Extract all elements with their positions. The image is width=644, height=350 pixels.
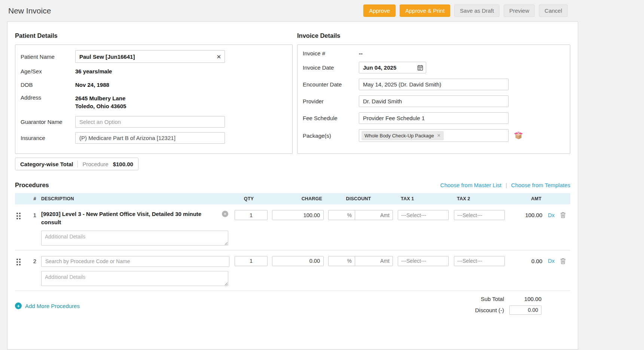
column-number: # bbox=[28, 196, 41, 201]
package-icon[interactable] bbox=[514, 131, 523, 140]
packages-input[interactable]: Whole Body Check-Up Package ✕ bbox=[359, 129, 509, 142]
additional-details-textarea[interactable] bbox=[41, 271, 228, 286]
address-line-2: Toledo, Ohio 43605 bbox=[75, 102, 126, 110]
procedure-row-1: 1 [99203] Level 3 - New Patient Office V… bbox=[15, 204, 570, 250]
patient-name-input[interactable] bbox=[75, 50, 225, 63]
sub-total-value: 100.00 bbox=[504, 296, 541, 302]
totals-block: Sub Total 100.00 Discount (-) bbox=[459, 296, 570, 315]
column-tax2: TAX 2 bbox=[449, 196, 506, 201]
column-description: DESCRIPTION bbox=[41, 196, 230, 201]
invoice-details-section: Invoice Details Invoice # -- Invoice Dat… bbox=[297, 29, 570, 170]
dx-link[interactable]: Dx bbox=[548, 258, 555, 264]
approve-print-button[interactable]: Approve & Print bbox=[400, 4, 450, 17]
address-label: Address bbox=[21, 94, 75, 101]
remove-package-icon[interactable]: ✕ bbox=[437, 133, 441, 138]
provider-label: Provider bbox=[303, 98, 359, 104]
remove-procedure-icon[interactable]: ✕ bbox=[222, 211, 228, 217]
tax2-select[interactable]: ---Select--- bbox=[454, 210, 505, 220]
procedure-search-input[interactable] bbox=[41, 256, 229, 267]
tax1-select[interactable]: ---Select--- bbox=[398, 256, 449, 266]
top-bar: New Invoice Approve Approve & Print Save… bbox=[7, 0, 578, 21]
category-total-label: Category-wise Total bbox=[20, 161, 73, 167]
invoice-number-value: -- bbox=[359, 50, 363, 57]
dx-link[interactable]: Dx bbox=[548, 212, 555, 218]
patient-details-panel: Patient Name ✕ Age/Sex 36 years/male DOB… bbox=[15, 45, 293, 154]
encounter-date-label: Encounter Date bbox=[303, 81, 359, 88]
invoice-date-label: Invoice Date bbox=[303, 64, 359, 71]
row-amount: 0.00 bbox=[531, 258, 542, 264]
delete-row-icon[interactable] bbox=[560, 212, 566, 218]
procedures-heading: Procedures bbox=[15, 182, 49, 189]
header-actions: Approve Approve & Print Save as Draft Pr… bbox=[363, 4, 568, 17]
dob-label: DOB bbox=[21, 82, 75, 88]
qty-input[interactable] bbox=[235, 210, 268, 220]
column-charge: CHARGE bbox=[268, 196, 324, 201]
fee-schedule-input[interactable] bbox=[359, 112, 509, 124]
column-amt: AMT bbox=[506, 196, 570, 201]
column-tax1: TAX 1 bbox=[393, 196, 449, 201]
delete-row-icon[interactable] bbox=[560, 258, 566, 264]
choose-from-templates-link[interactable]: Choose from Templates bbox=[511, 182, 570, 188]
guarantor-name-input[interactable] bbox=[75, 116, 225, 128]
patient-details-section: Patient Details Patient Name ✕ Age/Sex 3… bbox=[15, 29, 293, 170]
total-discount-input[interactable] bbox=[509, 305, 541, 315]
choose-from-master-list-link[interactable]: Choose from Master List bbox=[440, 182, 501, 188]
discount-amount-input[interactable] bbox=[355, 210, 393, 220]
dob-value: Nov 24, 1988 bbox=[75, 81, 109, 89]
address-line-1: 2645 Mulbery Lane bbox=[75, 94, 126, 102]
add-more-procedures-label: Add More Procedures bbox=[25, 303, 80, 309]
invoice-form-card: Patient Details Patient Name ✕ Age/Sex 3… bbox=[7, 21, 578, 350]
invoice-details-heading: Invoice Details bbox=[297, 32, 570, 39]
discount-label: Discount (-) bbox=[459, 307, 504, 313]
tax2-select[interactable]: ---Select--- bbox=[454, 256, 505, 266]
guarantor-name-label: Guarantor Name bbox=[21, 119, 75, 125]
discount-amount-input[interactable] bbox=[355, 256, 393, 266]
row-number: 2 bbox=[28, 258, 41, 264]
page-title: New Invoice bbox=[8, 6, 51, 15]
clear-patient-icon[interactable]: ✕ bbox=[216, 54, 221, 60]
package-tag: Whole Body Check-Up Package ✕ bbox=[361, 131, 444, 140]
procedure-row-2: 2 ---Select--- ---Select--- 0.00 Dx bbox=[15, 250, 570, 291]
column-discount: DISCOUNT bbox=[324, 196, 393, 201]
invoice-details-panel: Invoice # -- Invoice Date bbox=[297, 45, 570, 154]
package-tag-label: Whole Body Check-Up Package bbox=[364, 133, 434, 139]
column-qty: QTY bbox=[230, 196, 268, 201]
encounter-date-input[interactable] bbox=[359, 79, 509, 90]
age-sex-value: 36 years/male bbox=[75, 67, 112, 75]
procedure-description: [99203] Level 3 - New Patient Office Vis… bbox=[41, 210, 217, 226]
discount-percent-input[interactable] bbox=[328, 210, 355, 220]
insurance-label: Insurance bbox=[21, 135, 75, 141]
patient-name-label: Patient Name bbox=[21, 54, 75, 60]
charge-input[interactable] bbox=[272, 256, 324, 266]
fee-schedule-label: Fee Schedule bbox=[303, 115, 359, 121]
qty-input[interactable] bbox=[235, 256, 268, 266]
add-more-procedures-link[interactable]: + Add More Procedures bbox=[15, 297, 80, 315]
save-as-draft-button[interactable]: Save as Draft bbox=[454, 4, 500, 17]
additional-details-textarea[interactable] bbox=[41, 231, 228, 246]
procedures-footer: + Add More Procedures Sub Total 100.00 D… bbox=[15, 291, 570, 315]
sub-total-label: Sub Total bbox=[459, 296, 504, 302]
approve-button[interactable]: Approve bbox=[363, 4, 396, 17]
cancel-button[interactable]: Cancel bbox=[539, 4, 568, 17]
row-number: 1 bbox=[28, 212, 41, 218]
discount-percent-input[interactable] bbox=[328, 256, 355, 266]
address-value: 2645 Mulbery Lane Toledo, Ohio 43605 bbox=[75, 94, 126, 110]
preview-button[interactable]: Preview bbox=[504, 4, 535, 17]
drag-handle-icon[interactable] bbox=[16, 259, 21, 265]
plus-circle-icon: + bbox=[15, 302, 22, 309]
category-amount: $100.00 bbox=[113, 161, 133, 167]
row-amount: 100.00 bbox=[525, 212, 542, 218]
provider-input[interactable] bbox=[359, 95, 509, 107]
invoice-number-label: Invoice # bbox=[303, 50, 359, 57]
insurance-input[interactable] bbox=[75, 132, 225, 144]
link-divider: | bbox=[506, 182, 507, 188]
procedures-table-header: # DESCRIPTION QTY CHARGE DISCOUNT TAX 1 … bbox=[15, 193, 570, 204]
category-wise-total-bar: Category-wise Total Procedure $100.00 bbox=[15, 158, 138, 170]
invoice-date-input[interactable] bbox=[359, 62, 426, 73]
packages-label: Package(s) bbox=[303, 133, 359, 139]
charge-input[interactable] bbox=[272, 210, 324, 220]
tax1-select[interactable]: ---Select--- bbox=[398, 210, 449, 220]
drag-handle-icon[interactable] bbox=[16, 213, 21, 219]
calendar-icon[interactable] bbox=[417, 65, 423, 71]
age-sex-label: Age/Sex bbox=[21, 68, 75, 74]
